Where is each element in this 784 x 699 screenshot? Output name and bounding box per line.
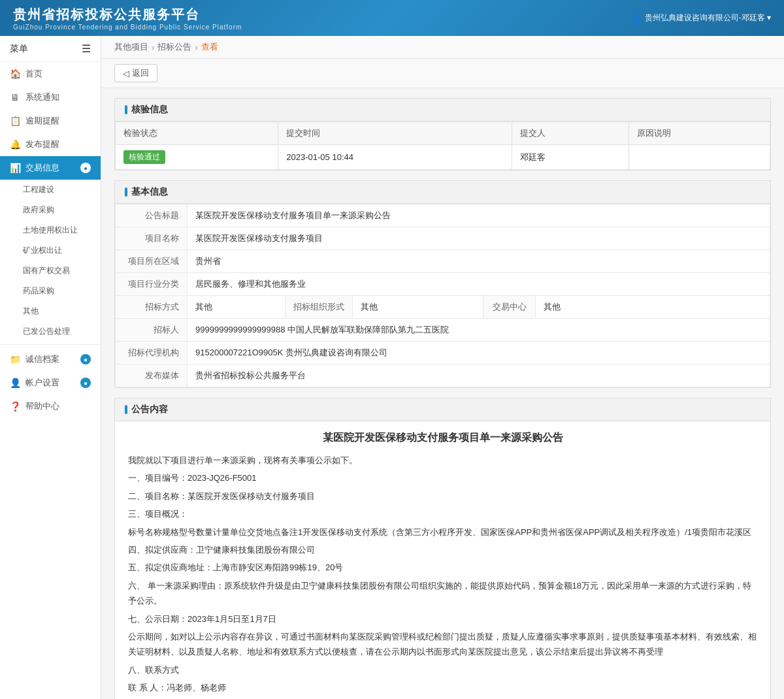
sidebar-item-mineral[interactable]: 矿业权出让 <box>0 240 101 261</box>
announce-paragraph: 一、项目编号：2023-JQ26-F5001 <box>128 470 757 485</box>
sidebar-label-other: 其他 <box>23 306 39 316</box>
app-header: 贵州省招标投标公共服务平台 GuiZhou Province Tendering… <box>0 0 784 36</box>
verify-time: 2023-01-05 10:44 <box>278 145 512 170</box>
info-label-4: 招标方式 <box>116 296 188 319</box>
sidebar-label-gov-purchase: 政府采购 <box>23 205 54 214</box>
sidebar-label-sys-notify: 系统通知 <box>25 91 59 103</box>
verify-table: 检验状态 提交时间 提交人 原因说明 核验通过 2023-01-05 10:44 <box>115 122 770 170</box>
announce-section-header: 公告内容 <box>115 398 770 421</box>
verify-col-status: 检验状态 <box>116 122 278 145</box>
verify-submitter: 邓廷客 <box>512 145 629 170</box>
hamburger-icon[interactable]: ☰ <box>82 42 91 55</box>
sidebar-item-overdue[interactable]: 📋 逾期提醒 <box>0 109 101 133</box>
sidebar-item-published[interactable]: 已发公告处理 <box>0 321 101 342</box>
toolbar: ◁ 返回 <box>101 59 784 88</box>
sidebar-label-engineering: 工程建设 <box>23 185 54 194</box>
sidebar-label-medicine: 药品采购 <box>23 286 54 295</box>
announce-paragraph: 二、项目名称：某医院开发医保移动支付服务项目 <box>128 489 757 504</box>
info-label-6: 招标代理机构 <box>116 342 188 365</box>
info-row-region: 项目所在区域 贵州省 <box>116 250 770 273</box>
main-layout: 菜单 ☰ 🏠 首页 🖥 系统通知 📋 逾期提醒 🔔 发布提醒 📊 交易信息 ● … <box>0 36 784 699</box>
trade-info-badge: ● <box>80 163 91 173</box>
sidebar-label-account: 帐户设置 <box>25 377 59 389</box>
info-value-2: 贵州省 <box>188 250 770 273</box>
sidebar-item-trade-info[interactable]: 📊 交易信息 ● <box>0 156 101 180</box>
basic-section-header: 基本信息 <box>115 181 770 204</box>
sidebar-label-published: 已发公告处理 <box>23 327 70 336</box>
info-row-bidmethod: 招标方式 其他 招标组织形式 其他 交易中心 其他 <box>116 296 770 319</box>
user-name: 贵州弘典建设咨询有限公司-邓廷客 ▾ <box>645 12 771 24</box>
info-row-title: 公告标题 某医院开发医保移动支付服务项目单一来源采购公告 <box>116 204 770 227</box>
announce-paragraph: 我院就以下项目进行单一来源采购，现将有关事项公示如下。 <box>128 453 757 468</box>
sidebar-item-other[interactable]: 其他 <box>0 301 101 321</box>
verify-reason <box>629 145 770 170</box>
sidebar-divider-1 <box>0 344 101 345</box>
info-row-agency: 招标代理机构 915200007221O9905K 贵州弘典建设咨询有限公司 <box>116 342 770 365</box>
sidebar-item-land-use[interactable]: 土地使用权出让 <box>0 220 101 240</box>
user-icon: 👤 <box>632 14 642 23</box>
info-value-7: 贵州省招标投标公共服务平台 <box>188 365 770 387</box>
announce-paragraph: 三、项目概况： <box>128 506 757 521</box>
content-area: 核验信息 检验状态 提交时间 提交人 原因说明 <box>101 88 784 699</box>
sidebar-item-home[interactable]: 🏠 首页 <box>0 62 101 86</box>
breadcrumb-item-1[interactable]: 招标公告 <box>157 41 191 53</box>
info-table: 公告标题 某医院开发医保移动支付服务项目单一来源采购公告 项目名称 某医院开发医… <box>115 204 770 387</box>
home-icon: 🏠 <box>10 69 20 79</box>
info-value-3: 居民服务、修理和其他服务业 <box>188 273 770 296</box>
info-value-6: 915200007221O9905K 贵州弘典建设咨询有限公司 <box>188 342 770 365</box>
announce-paragraph: 四、拟定供应商：卫宁健康科技集团股份有限公司 <box>128 542 757 557</box>
sidebar-label-home: 首页 <box>25 68 42 80</box>
announce-paragraph: 标号名称规格型号数量计量单位交货地点备注1开发医保移动支付系统（含第三方小程序开… <box>128 525 757 540</box>
verify-col-submitter: 提交人 <box>512 122 629 145</box>
info-label-3: 项目行业分类 <box>116 273 188 296</box>
announce-paragraph: 五、拟定供应商地址：上海市静安区寿阳路99栋19、20号 <box>128 560 757 575</box>
monitor-icon: 🖥 <box>10 92 20 103</box>
sidebar-item-state-assets[interactable]: 国有产权交易 <box>0 261 101 281</box>
info-value-4: 其他 <box>188 296 286 319</box>
info-row-industry: 项目行业分类 居民服务、修理和其他服务业 <box>116 273 770 296</box>
info-value-0: 某医院开发医保移动支付服务项目单一来源采购公告 <box>188 204 770 227</box>
back-button[interactable]: ◁ 返回 <box>114 64 157 82</box>
info-label-5: 招标人 <box>116 319 188 342</box>
announce-title: 某医院开发医保移动支付服务项目单一来源采购公告 <box>128 431 757 445</box>
sidebar-item-help[interactable]: ❓ 帮助中心 <box>0 395 101 418</box>
header-user[interactable]: 👤 贵州弘典建设咨询有限公司-邓廷客 ▾ <box>632 12 771 24</box>
verify-status: 核验通过 <box>116 145 278 170</box>
info-row-projname: 项目名称 某医院开发医保移动支付服务项目 <box>116 227 770 250</box>
announce-paragraph: 联 系 人：冯老师、杨老师 <box>128 680 757 695</box>
bell-icon: 🔔 <box>10 139 20 150</box>
breadcrumb-sep-2: › <box>195 42 197 52</box>
verify-col-reason: 原因说明 <box>629 122 770 145</box>
info-row-media: 发布媒体 贵州省招标投标公共服务平台 <box>116 365 770 387</box>
announce-section: 公告内容 某医院开发医保移动支付服务项目单一来源采购公告 我院就以下项目进行单一… <box>114 398 771 699</box>
info-label-4c: 交易中心 <box>483 296 536 319</box>
help-icon: ❓ <box>10 401 20 412</box>
sidebar-label-publish-remind: 发布提醒 <box>25 138 59 150</box>
verify-row: 核验通过 2023-01-05 10:44 邓廷客 <box>116 145 770 170</box>
verify-col-time: 提交时间 <box>278 122 512 145</box>
sidebar-label-overdue: 逾期提醒 <box>25 115 59 127</box>
sidebar-menu-header: 菜单 ☰ <box>0 36 101 62</box>
sidebar-label-land-use: 土地使用权出让 <box>23 225 78 235</box>
info-label-7: 发布媒体 <box>116 365 188 387</box>
basic-section-title: 基本信息 <box>131 186 168 198</box>
sidebar-item-engineering[interactable]: 工程建设 <box>0 180 101 200</box>
sidebar-item-gov-purchase[interactable]: 政府采购 <box>0 200 101 220</box>
file-icon: 📁 <box>10 354 20 365</box>
info-value-1: 某医院开发医保移动支付服务项目 <box>188 227 770 250</box>
breadcrumb-item-0[interactable]: 其他项目 <box>114 41 148 53</box>
header-title-en: GuiZhou Province Tendering and Bidding P… <box>13 24 242 31</box>
sidebar-item-sys-notify[interactable]: 🖥 系统通知 <box>0 86 101 109</box>
sidebar-item-account[interactable]: 👤 帐户设置 ● <box>0 371 101 395</box>
breadcrumb: 其他项目 › 招标公告 › 查看 <box>101 36 784 59</box>
announce-paragraph: 八、联系方式 <box>128 662 757 677</box>
sidebar-item-publish-remind[interactable]: 🔔 发布提醒 <box>0 133 101 156</box>
back-icon: ◁ <box>123 69 129 78</box>
announce-paragraph: 六、 单一来源采购理由：原系统软件升级是由卫宁健康科技集团股份有限公司组织实施的… <box>128 578 757 609</box>
sidebar-item-medicine[interactable]: 药品采购 <box>0 281 101 301</box>
basic-section: 基本信息 公告标题 某医院开发医保移动支付服务项目单一来源采购公告 项目名称 某… <box>114 180 771 388</box>
announce-section-title: 公告内容 <box>131 404 168 415</box>
info-label-4b: 招标组织形式 <box>286 296 353 319</box>
account-badge: ● <box>80 378 91 388</box>
sidebar-item-integrity[interactable]: 📁 诚信档案 ● <box>0 348 101 371</box>
